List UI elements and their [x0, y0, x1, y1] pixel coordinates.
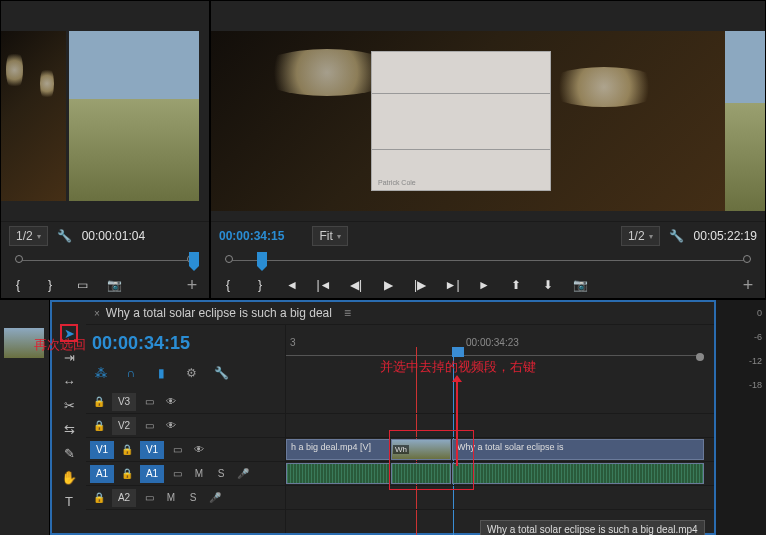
mute-button[interactable]: M [190, 468, 208, 479]
track-label[interactable]: V3 [112, 393, 136, 411]
extract-icon[interactable]: ⬇ [539, 276, 557, 294]
track-content[interactable]: h a big deal.mp4 [V] Wh Why a total sola… [286, 390, 714, 533]
track-label[interactable]: A1 [140, 465, 164, 483]
video-clip[interactable]: Why a total solar eclipse is [452, 439, 704, 460]
settings-icon[interactable]: ⚙ [182, 364, 200, 382]
add-icon[interactable]: + [739, 276, 757, 294]
ruler-mark: 3 [290, 337, 296, 348]
snap-icon[interactable]: ⁂ [92, 364, 110, 382]
program-fit-dropdown[interactable]: Fit [312, 226, 347, 246]
track-label[interactable]: V2 [112, 417, 136, 435]
video-clip[interactable]: Wh [391, 439, 451, 460]
voiceover-icon[interactable]: 🎤 [234, 468, 252, 479]
camera-icon[interactable]: 📷 [571, 276, 589, 294]
mark-out-icon[interactable]: } [41, 276, 59, 294]
toggle-track-icon[interactable]: ▭ [168, 468, 186, 479]
step-back-icon[interactable]: ◀| [347, 276, 365, 294]
play-icon[interactable]: ▶ [379, 276, 397, 294]
track-header-v2[interactable]: 🔒 V2 ▭ 👁 [86, 414, 285, 438]
marker-icon[interactable]: ▮ [152, 364, 170, 382]
toggle-track-icon[interactable]: ▭ [168, 444, 186, 455]
linked-selection-icon[interactable]: ∩ [122, 364, 140, 382]
annotation-text: 再次选回 [34, 336, 86, 354]
sequence-title: Why a total solar eclipse is such a big … [106, 306, 332, 320]
eye-icon[interactable]: 👁 [162, 420, 180, 431]
ripple-tool-icon[interactable]: ↔ [60, 372, 78, 390]
hand-tool-icon[interactable]: ✋ [60, 468, 78, 486]
audio-clip[interactable] [452, 463, 704, 484]
track-headers: 🔒 V3 ▭ 👁 🔒 V2 ▭ 👁 V1 🔒 V1 [86, 390, 286, 533]
track-header-v1[interactable]: V1 🔒 V1 ▭ 👁 [86, 438, 285, 462]
pen-tool-icon[interactable]: ✎ [60, 444, 78, 462]
wrench-icon[interactable]: 🔧 [56, 227, 74, 245]
next-marker-icon[interactable]: ► [475, 276, 493, 294]
lock-icon[interactable]: 🔒 [118, 444, 136, 455]
audio-clip[interactable] [391, 463, 451, 484]
track-target[interactable]: A1 [90, 465, 114, 483]
go-to-out-icon[interactable]: ►| [443, 276, 461, 294]
program-ruler[interactable] [219, 250, 757, 272]
razor-tool-icon[interactable]: ✂ [60, 396, 78, 414]
timeline-tc[interactable]: 00:00:34:15 [92, 331, 279, 362]
prev-marker-icon[interactable]: ◄ [283, 276, 301, 294]
step-forward-icon[interactable]: |▶ [411, 276, 429, 294]
wrench-icon[interactable]: 🔧 [668, 227, 686, 245]
go-to-in-icon[interactable]: |◄ [315, 276, 333, 294]
program-viewer[interactable]: Patrick Cole [211, 1, 765, 221]
add-icon[interactable]: + [183, 276, 201, 294]
toggle-track-icon[interactable]: ▭ [140, 492, 158, 503]
track-header-a2[interactable]: 🔒 A2 ▭ M S 🎤 [86, 486, 285, 510]
meter-label: -12 [749, 356, 762, 366]
timeline-end-marker[interactable] [696, 353, 704, 361]
track-target[interactable]: V1 [90, 441, 114, 459]
tab-menu-icon[interactable]: ≡ [344, 306, 351, 320]
lane-a1 [286, 462, 714, 486]
audio-meters: 0 -6 -12 -18 [716, 300, 766, 535]
close-tab-icon[interactable]: × [94, 308, 100, 319]
source-ruler[interactable] [9, 250, 201, 272]
type-tool-icon[interactable]: T [60, 492, 78, 510]
solo-button[interactable]: S [184, 492, 202, 503]
lane-v2 [286, 414, 714, 438]
timeline-playhead[interactable] [452, 347, 464, 357]
track-header-v3[interactable]: 🔒 V3 ▭ 👁 [86, 390, 285, 414]
mark-in-icon[interactable]: { [9, 276, 27, 294]
toggle-track-icon[interactable]: ▭ [140, 420, 158, 431]
solo-button[interactable]: S [212, 468, 230, 479]
sequence-tab[interactable]: × Why a total solar eclipse is such a bi… [86, 302, 714, 325]
eye-icon[interactable]: 👁 [190, 444, 208, 455]
wrench-icon[interactable]: 🔧 [212, 364, 230, 382]
clip-tooltip: Why a total solar eclipse is such a big … [480, 520, 705, 535]
lock-icon[interactable]: 🔒 [90, 396, 108, 407]
video-clip[interactable]: h a big deal.mp4 [V] [286, 439, 390, 460]
program-zoom-dropdown[interactable]: 1/2 [621, 226, 660, 246]
mark-out-icon[interactable]: } [251, 276, 269, 294]
overwrite-icon[interactable]: ▭ [73, 276, 91, 294]
voiceover-icon[interactable]: 🎤 [206, 492, 224, 503]
meter-label: -6 [754, 332, 762, 342]
audio-clip[interactable] [286, 463, 390, 484]
source-zoom-dropdown[interactable]: 1/2 [9, 226, 48, 246]
toggle-track-icon[interactable]: ▭ [140, 396, 158, 407]
program-playhead[interactable] [257, 252, 267, 266]
slip-tool-icon[interactable]: ⇆ [60, 420, 78, 438]
lock-icon[interactable]: 🔒 [90, 492, 108, 503]
mute-button[interactable]: M [162, 492, 180, 503]
lane-v1: h a big deal.mp4 [V] Wh Why a total sola… [286, 438, 714, 462]
camera-icon[interactable]: 📷 [105, 276, 123, 294]
source-viewer[interactable] [1, 1, 209, 221]
lock-icon[interactable]: 🔒 [118, 468, 136, 479]
track-header-a1[interactable]: A1 🔒 A1 ▭ M S 🎤 [86, 462, 285, 486]
eye-icon[interactable]: 👁 [162, 396, 180, 407]
source-tc-in[interactable]: 00:00:01:04 [82, 229, 145, 243]
lock-icon[interactable]: 🔒 [90, 420, 108, 431]
program-tc-out[interactable]: 00:05:22:19 [694, 229, 757, 243]
track-label[interactable]: A2 [112, 489, 136, 507]
track-label[interactable]: V1 [140, 441, 164, 459]
source-playhead[interactable] [189, 252, 199, 266]
mark-in-icon[interactable]: { [219, 276, 237, 294]
credit-text: Patrick Cole [378, 179, 416, 186]
lift-icon[interactable]: ⬆ [507, 276, 525, 294]
source-monitor: 1/2 🔧 00:00:01:04 { } ▭ 📷 + [0, 0, 210, 299]
program-tc-current[interactable]: 00:00:34:15 [219, 229, 284, 243]
